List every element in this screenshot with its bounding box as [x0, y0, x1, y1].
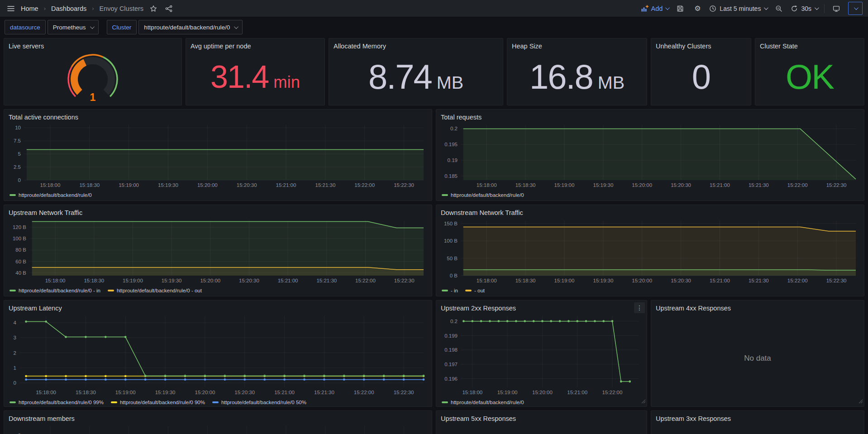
- panel-upstream-2xx-responses: Upstream 2xx Responses ⋮ 15:18:0015:19:0…: [436, 300, 647, 407]
- chart-legend: httproute/default/backend/rule/0 99%http…: [9, 398, 427, 405]
- legend-item[interactable]: httproute/default/backend/rule/0: [442, 400, 524, 405]
- svg-text:10: 10: [15, 125, 21, 130]
- time-series-chart[interactable]: 2: [9, 424, 427, 434]
- zoom-out-time-icon[interactable]: [773, 3, 784, 14]
- svg-text:0: 0: [14, 380, 16, 386]
- chart-legend: - in- out: [441, 286, 859, 293]
- svg-text:3: 3: [14, 335, 16, 340]
- panel-title[interactable]: Upstream Network Traffic: [9, 208, 427, 218]
- favorite-star-icon[interactable]: [148, 3, 159, 14]
- breadcrumb-home[interactable]: Home: [21, 5, 38, 12]
- panel-resize-handle[interactable]: [641, 397, 646, 405]
- refresh-picker[interactable]: 30s: [791, 5, 818, 12]
- stat-value: 0: [692, 60, 710, 94]
- cluster-select[interactable]: httproute/default/backend/rule/0: [138, 20, 243, 34]
- svg-text:15:22:00: 15:22:00: [355, 278, 376, 283]
- legend-item[interactable]: httproute/default/backend/rule/0: [10, 192, 92, 198]
- add-panel-button[interactable]: Add: [641, 5, 669, 12]
- panel-title[interactable]: Avg uptime per node: [191, 41, 320, 51]
- legend-item[interactable]: httproute/default/backend/rule/0 50%: [212, 400, 306, 405]
- panel-title[interactable]: Downstream members: [9, 414, 427, 424]
- panel-title[interactable]: Upstream 4xx Responses: [656, 303, 859, 313]
- svg-text:15:22:30: 15:22:30: [826, 278, 847, 283]
- toolbar-collapse-button[interactable]: [848, 2, 863, 15]
- legend-item[interactable]: - out: [465, 288, 485, 293]
- panel-title[interactable]: Heap Size: [512, 41, 642, 51]
- svg-text:2: 2: [14, 350, 16, 356]
- svg-text:4: 4: [14, 320, 17, 325]
- svg-text:15:18:30: 15:18:30: [76, 390, 96, 395]
- legend-item[interactable]: httproute/default/backend/rule/0 99%: [10, 400, 104, 405]
- legend-item[interactable]: httproute/default/backend/rule/0 90%: [111, 400, 205, 405]
- svg-text:5: 5: [18, 151, 21, 157]
- panel-title[interactable]: Cluster State: [760, 41, 859, 51]
- live-servers-gauge: 1: [9, 51, 177, 103]
- stat-value: OK: [786, 60, 834, 94]
- svg-text:15:19:30: 15:19:30: [593, 278, 614, 283]
- svg-text:15:21:00: 15:21:00: [710, 182, 730, 188]
- svg-text:100 B: 100 B: [13, 236, 26, 241]
- legend-item[interactable]: httproute/default/backend/rule/0 - in: [10, 288, 100, 293]
- svg-text:15:18:00: 15:18:00: [477, 182, 497, 188]
- top-nav: Home › Dashboards › Envoy Clusters Add ⚙…: [0, 0, 868, 17]
- legend-item[interactable]: httproute/default/backend/rule/0 - out: [108, 288, 202, 293]
- chevron-down-icon: [665, 5, 670, 10]
- time-series-chart[interactable]: 15:18:0015:18:3015:19:0015:19:3015:20:00…: [9, 313, 427, 398]
- time-series-chart[interactable]: 15:18:0015:18:3015:19:0015:19:3015:20:00…: [9, 218, 427, 286]
- svg-text:15:20:00: 15:20:00: [195, 390, 215, 395]
- panel-title[interactable]: Live servers: [9, 41, 177, 51]
- panel-title[interactable]: Total active connections: [9, 112, 427, 122]
- svg-text:15:22:00: 15:22:00: [602, 390, 623, 395]
- panel-title[interactable]: Upstream 5xx Responses: [441, 414, 642, 424]
- chevron-down-icon: [234, 24, 238, 29]
- chart-legend: httproute/default/backend/rule/0: [441, 191, 859, 198]
- dashboard-settings-gear-icon[interactable]: ⚙: [692, 3, 703, 14]
- panel-downstream-members: Downstream members 2: [4, 410, 432, 434]
- kiosk-mode-monitor-icon[interactable]: [831, 3, 842, 14]
- svg-text:60 B: 60 B: [15, 259, 26, 264]
- panel-resize-handle[interactable]: [858, 397, 863, 405]
- time-series-chart[interactable]: 15:18:0015:18:3015:19:0015:19:3015:20:00…: [9, 122, 427, 191]
- panel-title[interactable]: Upstream Latency: [9, 303, 427, 313]
- svg-text:15:20:30: 15:20:30: [239, 278, 259, 283]
- svg-text:0.199: 0.199: [444, 333, 458, 339]
- panel-title[interactable]: Unhealthy Clusters: [656, 41, 746, 51]
- stat-unit: MB: [598, 74, 625, 92]
- panel-title[interactable]: Total requests: [441, 112, 859, 122]
- filter-bar: datasource Prometheus Cluster httproute/…: [0, 17, 868, 34]
- svg-text:15:19:30: 15:19:30: [162, 278, 182, 283]
- time-series-chart[interactable]: 15:18:0015:18:3015:19:0015:19:3015:20:00…: [441, 122, 859, 191]
- time-series-chart[interactable]: 15:18:0015:19:0015:20:0015:21:0015:22:00…: [441, 313, 642, 398]
- svg-text:15:18:00: 15:18:00: [477, 278, 497, 283]
- svg-text:15:20:30: 15:20:30: [671, 182, 691, 188]
- legend-item[interactable]: httproute/default/backend/rule/0: [442, 192, 524, 198]
- svg-text:0.185: 0.185: [444, 173, 458, 179]
- svg-text:15:20:00: 15:20:00: [632, 278, 652, 283]
- svg-text:15:20:30: 15:20:30: [237, 182, 257, 188]
- stat-value: 16.8MB: [529, 60, 625, 94]
- time-series-chart[interactable]: 15:18:0015:18:3015:19:0015:19:3015:20:00…: [441, 218, 859, 286]
- menu-icon[interactable]: [5, 3, 16, 14]
- breadcrumb-dashboards[interactable]: Dashboards: [51, 5, 86, 12]
- panel-title[interactable]: Downstream Network Traffic: [441, 208, 859, 218]
- svg-text:15:18:00: 15:18:00: [36, 390, 56, 395]
- datasource-select[interactable]: Prometheus: [48, 20, 99, 34]
- panel-title[interactable]: Upstream 3xx Responses: [656, 414, 859, 424]
- svg-text:15:19:30: 15:19:30: [158, 182, 178, 188]
- svg-text:0.198: 0.198: [444, 347, 458, 353]
- stat-value: 31.4min: [210, 61, 300, 93]
- panel-avg-uptime: Avg uptime per node 31.4min: [186, 38, 325, 105]
- svg-text:15:21:00: 15:21:00: [274, 390, 295, 395]
- svg-text:15:20:30: 15:20:30: [234, 390, 255, 395]
- panel-total-requests: Total requests 15:18:0015:18:3015:19:001…: [436, 109, 864, 201]
- legend-item[interactable]: - in: [442, 288, 458, 293]
- panel-upstream-5xx-responses: Upstream 5xx Responses: [436, 410, 647, 434]
- time-range-picker[interactable]: Last 5 minutes: [709, 5, 767, 12]
- panel-title[interactable]: Upstream 2xx Responses: [441, 303, 642, 313]
- panel-menu-kebab-icon[interactable]: ⋮: [634, 302, 645, 313]
- share-icon[interactable]: [163, 3, 174, 14]
- svg-text:15:18:00: 15:18:00: [40, 182, 61, 188]
- panel-title[interactable]: Allocated Memory: [334, 41, 498, 51]
- svg-text:15:20:00: 15:20:00: [532, 390, 553, 395]
- save-dashboard-icon[interactable]: [675, 3, 686, 14]
